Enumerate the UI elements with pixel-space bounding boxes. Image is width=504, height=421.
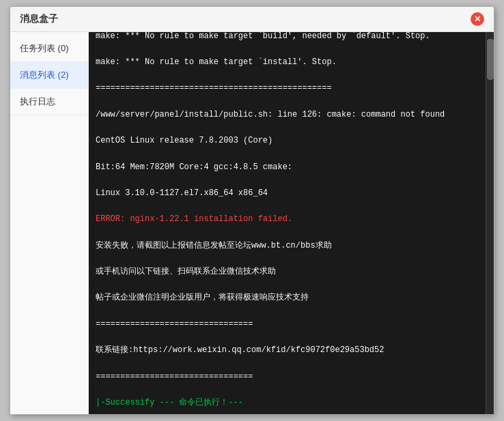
terminal-line: /www/server/panel/install/public.sh: lin… bbox=[96, 108, 479, 121]
terminal-line: Bit:64 Mem:7820M Core:4 gcc:4.8.5 cmake: bbox=[96, 161, 479, 174]
close-button[interactable]: ✕ bbox=[471, 12, 484, 26]
terminal-line: CentOS Linux release 7.8.2003 (Core) bbox=[96, 134, 479, 147]
terminal-line: ========================================… bbox=[96, 82, 479, 95]
terminal-line: ================================ bbox=[96, 371, 479, 383]
sidebar: 任务列表 (0)消息列表 (2)执行日志 bbox=[10, 32, 89, 414]
message-dialog: 消息盒子 ✕ 任务列表 (0)消息列表 (2)执行日志 checking for… bbox=[10, 6, 494, 415]
sidebar-item-exec-log[interactable]: 执行日志 bbox=[10, 89, 88, 115]
dialog-title: 消息盒子 bbox=[20, 13, 58, 25]
dialog-header: 消息盒子 ✕ bbox=[10, 7, 494, 32]
terminal-line: ================================ bbox=[96, 318, 479, 331]
terminal-line: 帖子或企业微信注明企业版用户，将获得极速响应技术支持 bbox=[96, 291, 479, 304]
content-area: checking for zlib library ... found chec… bbox=[89, 32, 486, 414]
terminal-line: 或手机访问以下链接、扫码联系企业微信技术求助 bbox=[96, 265, 479, 278]
terminal-line: make: *** No rule to make target `instal… bbox=[96, 56, 479, 69]
terminal-line: make: *** No rule to make target `build'… bbox=[96, 32, 479, 43]
terminal-output: checking for zlib library ... found chec… bbox=[89, 32, 486, 414]
terminal-line: ERROR: nginx-1.22.1 installation failed. bbox=[96, 213, 479, 226]
scrollbar-thumb[interactable] bbox=[487, 39, 494, 80]
terminal-line: 联系链接:https://work.weixin.qq.com/kfid/kfc… bbox=[96, 344, 479, 357]
sidebar-item-message-list[interactable]: 消息列表 (2) bbox=[10, 62, 88, 89]
scrollbar[interactable] bbox=[486, 32, 494, 414]
dialog-body: 任务列表 (0)消息列表 (2)执行日志 checking for zlib l… bbox=[10, 32, 494, 414]
terminal-line: Linux 3.10.0-1127.el7.x86_64 x86_64 bbox=[96, 187, 479, 200]
terminal-line: 安装失败，请截图以上报错信息发帖至论坛www.bt.cn/bbs求助 bbox=[96, 239, 479, 252]
terminal-line: |-Successify --- 命令已执行！--- bbox=[96, 396, 479, 409]
sidebar-item-task-list[interactable]: 任务列表 (0) bbox=[10, 35, 88, 62]
